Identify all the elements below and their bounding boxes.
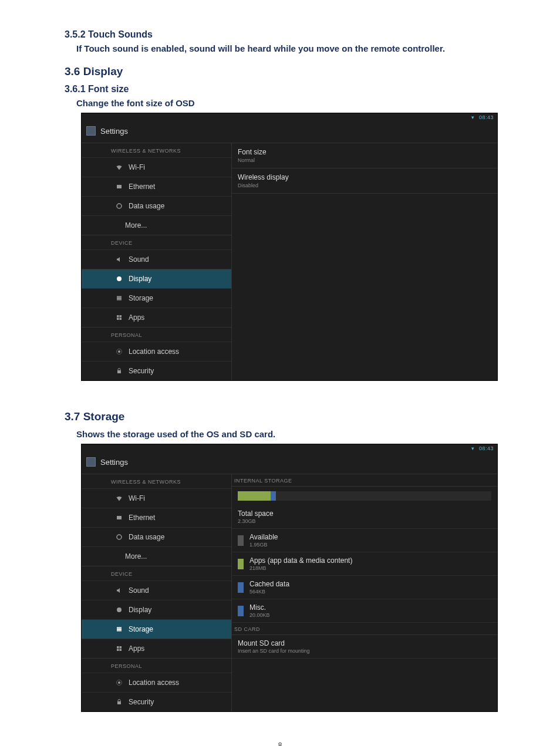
sidebar-item-display[interactable]: Display <box>82 269 231 288</box>
data-usage-icon <box>116 534 123 541</box>
svg-point-23 <box>118 681 120 684</box>
sidebar-item-label: More... <box>125 221 147 229</box>
storage-value: 1.95GB <box>249 542 278 548</box>
body-352: If Touch sound is enabled, sound will be… <box>76 43 525 53</box>
detail-cat-internal-storage: INTERNAL STORAGE <box>232 474 497 487</box>
storage-label: Mount SD card <box>238 639 310 647</box>
storage-sub: Insert an SD card for mounting <box>238 648 310 654</box>
titlebar: Settings <box>82 454 497 474</box>
svg-rect-7 <box>120 315 122 318</box>
sidebar-item-label: More... <box>125 552 147 561</box>
sound-icon <box>116 256 123 263</box>
svg-rect-18 <box>117 630 122 632</box>
svg-rect-20 <box>120 646 122 649</box>
storage-icon <box>116 626 123 633</box>
sidebar-item-sound[interactable]: Sound <box>82 580 231 600</box>
sidebar-item-label: Location access <box>129 679 179 687</box>
titlebar: Settings <box>82 123 497 143</box>
storage-misc[interactable]: Misc. 20.00KB <box>232 599 497 623</box>
svg-rect-19 <box>117 646 119 649</box>
storage-label: Available <box>249 533 278 541</box>
sidebar-item-label: Data usage <box>129 202 164 210</box>
svg-rect-6 <box>117 315 119 318</box>
svg-rect-22 <box>120 649 122 652</box>
svg-rect-9 <box>120 318 122 320</box>
ethernet-icon <box>116 183 123 190</box>
storage-available[interactable]: Available 1.95GB <box>232 529 497 552</box>
sidebar-item-label: Wi-Fi <box>129 163 145 171</box>
svg-point-2 <box>117 276 122 281</box>
storage-value: 2.30GB <box>238 518 274 524</box>
svg-rect-13 <box>117 516 122 519</box>
settings-sidebar: WIRELESS & NETWORKS Wi-Fi Ethernet Data … <box>82 474 231 711</box>
color-swatch-available <box>238 535 244 546</box>
sidebar-item-data-usage[interactable]: Data usage <box>82 196 231 215</box>
apps-icon <box>116 645 123 652</box>
sidebar-item-label: Security <box>129 698 154 706</box>
sidebar-item-storage[interactable]: Storage <box>82 619 231 639</box>
sidebar-item-security[interactable]: Security <box>82 692 231 711</box>
sidebar-item-location[interactable]: Location access <box>82 673 231 692</box>
svg-rect-21 <box>117 649 119 652</box>
wifi-status-icon: ▾ <box>471 445 475 451</box>
svg-rect-12 <box>117 370 121 373</box>
settings-app-icon <box>86 457 96 467</box>
color-swatch-misc <box>238 606 244 616</box>
location-icon <box>116 679 123 686</box>
sidebar-item-label: Sound <box>129 586 149 595</box>
sidebar-item-sound[interactable]: Sound <box>82 249 231 269</box>
storage-bar-cache-segment <box>271 491 276 501</box>
sidebar-item-ethernet[interactable]: Ethernet <box>82 177 231 196</box>
sidebar-cat-device: DEVICE <box>82 566 231 580</box>
detail-wireless-display[interactable]: Wireless display Disabled <box>232 168 497 194</box>
storage-cached[interactable]: Cached data 564KB <box>232 576 497 599</box>
sidebar-item-label: Location access <box>129 347 179 356</box>
detail-value: Disabled <box>238 183 497 188</box>
detail-font-size[interactable]: Font size Normal <box>232 143 497 168</box>
heading-361: 3.6.1 Font size <box>65 84 525 94</box>
storage-total[interactable]: Total space 2.30GB <box>232 505 497 529</box>
sidebar-item-label: Apps <box>129 644 144 653</box>
sidebar-item-display[interactable]: Display <box>82 600 231 619</box>
sidebar-item-apps[interactable]: Apps <box>82 639 231 658</box>
sidebar-item-more[interactable]: More... <box>82 546 231 566</box>
storage-mount-sd: Mount SD card Insert an SD card for moun… <box>232 635 497 659</box>
sidebar-item-security[interactable]: Security <box>82 361 231 380</box>
sidebar-item-label: Storage <box>129 625 153 633</box>
settings-detail-pane: Font size Normal Wireless display Disabl… <box>231 143 497 380</box>
storage-value: 218MB <box>249 565 352 571</box>
svg-rect-5 <box>117 299 122 301</box>
svg-point-15 <box>117 607 122 612</box>
storage-label: Misc. <box>249 603 270 612</box>
status-time: 08:43 <box>479 114 494 120</box>
sidebar-cat-wireless: WIRELESS & NETWORKS <box>82 474 231 488</box>
sidebar-item-wifi[interactable]: Wi-Fi <box>82 488 231 508</box>
storage-usage-bar <box>238 491 491 501</box>
lock-icon <box>116 698 123 706</box>
screenshot-storage: ▾ 08:43 Settings WIRELESS & NETWORKS Wi-… <box>81 444 498 712</box>
svg-point-14 <box>117 535 122 539</box>
location-icon <box>116 348 123 355</box>
sidebar-item-label: Ethernet <box>129 183 155 191</box>
settings-sidebar: WIRELESS & NETWORKS Wi-Fi Ethernet Data … <box>82 143 231 380</box>
wifi-icon <box>116 164 123 171</box>
sidebar-item-apps[interactable]: Apps <box>82 308 231 327</box>
storage-apps[interactable]: Apps (app data & media content) 218MB <box>232 552 497 576</box>
sidebar-item-storage[interactable]: Storage <box>82 288 231 308</box>
sidebar-item-more[interactable]: More... <box>82 215 231 235</box>
status-bar: ▾ 08:43 <box>82 444 497 454</box>
sidebar-item-data-usage[interactable]: Data usage <box>82 527 231 546</box>
heading-36: 3.6 Display <box>65 65 525 78</box>
storage-label: Apps (app data & media content) <box>249 556 352 565</box>
sidebar-item-ethernet[interactable]: Ethernet <box>82 508 231 527</box>
storage-value: 20.00KB <box>249 612 270 618</box>
page-number: 8 <box>35 741 525 746</box>
detail-cat-sd-card: SD CARD <box>232 623 497 635</box>
status-bar: ▾ 08:43 <box>82 113 497 123</box>
sidebar-item-location[interactable]: Location access <box>82 342 231 361</box>
wifi-icon <box>116 495 123 502</box>
svg-rect-0 <box>117 185 122 188</box>
sidebar-item-wifi[interactable]: Wi-Fi <box>82 157 231 177</box>
storage-icon <box>116 295 123 302</box>
ethernet-icon <box>116 514 123 521</box>
